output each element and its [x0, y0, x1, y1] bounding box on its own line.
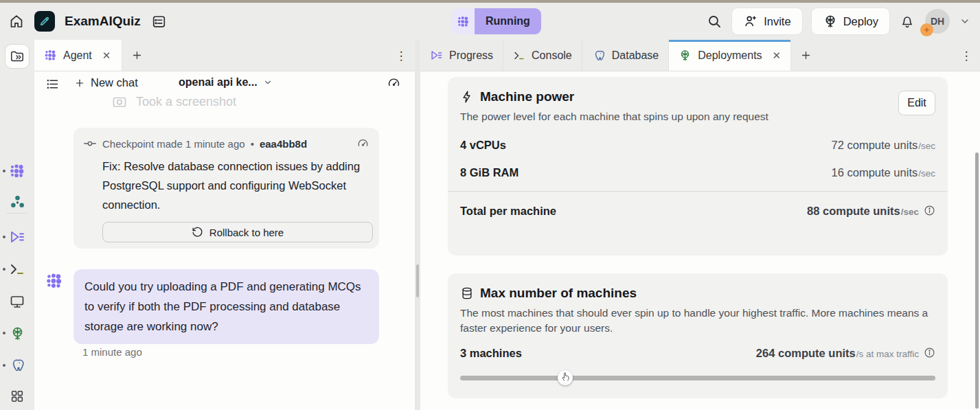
tab-label: Agent	[63, 49, 92, 62]
sidebar-item-progress[interactable]	[8, 227, 27, 247]
total-row: Total per machine 88 compute units /sec	[460, 203, 935, 218]
lightning-icon	[460, 90, 474, 104]
panel-splitter[interactable]	[415, 40, 420, 410]
agent-message-bubble: Could you try uploading a PDF and genera…	[73, 269, 379, 344]
card-divider	[448, 191, 948, 192]
account-menu[interactable]: DH	[925, 9, 950, 34]
deployments-icon	[679, 49, 692, 62]
tab-progress[interactable]: Progress	[420, 40, 503, 71]
tab-agent[interactable]: Agent ✕	[34, 40, 122, 71]
total-value: 88 compute units	[807, 205, 900, 218]
close-tab-icon[interactable]: ✕	[102, 49, 111, 62]
commit-icon	[83, 137, 97, 150]
max-machines-card: Max number of machines The most machines…	[448, 273, 948, 398]
deployments-panel: Progress Console Database Deployments ✕ …	[420, 40, 980, 410]
machines-unit: /s at max traffic	[856, 349, 919, 359]
agent-indicator-dot	[3, 170, 5, 172]
chat-history-icon[interactable]	[45, 77, 60, 91]
chat-selector[interactable]: openai api ke...	[179, 76, 273, 89]
tool-sidebar	[0, 40, 34, 410]
invite-user-icon	[743, 14, 758, 29]
screenshot-event: Took a screenshot	[111, 93, 236, 110]
search-icon[interactable]	[706, 13, 722, 30]
sidebar-item-assistant[interactable]	[8, 192, 27, 212]
new-tab-button[interactable]	[122, 40, 151, 71]
rollback-label: Rollback to here	[209, 227, 284, 238]
info-icon[interactable]	[924, 347, 935, 358]
cursor-hand-icon	[560, 371, 571, 382]
checkpoint-label: Checkpoint made 1 minute ago	[102, 138, 245, 150]
checkpoint-separator: •	[251, 138, 254, 150]
deployments-body: Machine power Edit The power level for e…	[420, 71, 980, 410]
spec-row-ram: 8 GiB RAM 16 compute units /sec	[460, 166, 935, 179]
new-tab-button[interactable]	[791, 40, 820, 71]
right-panel-scrollbar[interactable]	[975, 152, 979, 409]
new-chat-label: New chat	[91, 76, 138, 89]
tab-database[interactable]: Database	[582, 40, 670, 71]
progress-indicator-dot	[3, 236, 5, 238]
run-status-badge[interactable]: Running	[451, 8, 541, 34]
sidebar-item-webview[interactable]	[8, 292, 27, 311]
tab-console[interactable]: Console	[503, 40, 582, 71]
new-chat-button[interactable]: New chat	[74, 76, 138, 89]
deploy-button[interactable]: Deploy	[812, 8, 889, 34]
sidebar-item-all-tools[interactable]	[8, 387, 27, 406]
camera-icon	[111, 93, 128, 110]
sidebar-item-deployments[interactable]	[8, 323, 27, 343]
spec-unit: /sec	[918, 168, 935, 179]
invite-label: Invite	[764, 15, 790, 28]
sidebar-item-files[interactable]	[5, 44, 30, 69]
app-icon[interactable]	[34, 11, 55, 32]
tab-deployments[interactable]: Deployments ✕	[669, 40, 791, 71]
panel-menu-icon[interactable]: ⋮	[957, 40, 976, 71]
sidebar-item-console[interactable]	[8, 260, 27, 279]
close-tab-icon[interactable]: ✕	[773, 49, 782, 62]
sidebar-item-database[interactable]	[8, 356, 27, 375]
spec-unit: /sec	[918, 141, 935, 151]
deploy-icon	[823, 14, 838, 29]
tab-label: Progress	[449, 49, 493, 62]
usage-gauge-icon[interactable]	[387, 76, 401, 91]
database-cylinder-icon	[460, 286, 474, 300]
machines-label: 3 machines	[460, 347, 522, 360]
usage-gauge-icon[interactable]	[356, 137, 369, 150]
journal-icon[interactable]	[150, 13, 168, 30]
left-panel-scrollbar[interactable]	[416, 264, 419, 297]
notifications-bell-icon[interactable]	[899, 13, 915, 30]
database-indicator-dot	[3, 364, 5, 367]
rollback-button[interactable]: Rollback to here	[102, 222, 373, 242]
app-header: ExamAIQuiz Running Invite Deploy	[0, 3, 980, 40]
slider-track[interactable]	[460, 376, 935, 380]
chat-body: New chat openai api ke... Took a screens…	[34, 71, 415, 410]
agent-dots-icon	[451, 8, 475, 34]
chat-selector-label: openai api ke...	[179, 76, 258, 89]
deployments-indicator-dot	[3, 332, 5, 334]
spec-row-cpu: 4 vCPUs 72 compute units /sec	[460, 139, 935, 152]
card-title: Max number of machines	[480, 286, 637, 301]
tab-label: Deployments	[698, 49, 762, 62]
checkpoint-card: Checkpoint made 1 minute ago • eaa4bb8d …	[73, 128, 379, 249]
tab-label: Console	[532, 49, 572, 62]
max-machines-slider[interactable]	[460, 370, 935, 385]
account-chevron-down-icon[interactable]	[959, 16, 970, 27]
deploy-label: Deploy	[843, 15, 878, 28]
tab-label: Database	[612, 49, 659, 62]
invite-button[interactable]: Invite	[732, 8, 801, 34]
panel-menu-icon[interactable]: ⋮	[391, 40, 411, 71]
checkpoint-message: Fix: Resolve database connection issues …	[102, 157, 376, 214]
agent-panel: Agent ✕ ⋮ New chat openai api ke...	[34, 40, 415, 410]
app-title: ExamAIQuiz	[65, 14, 141, 29]
total-unit: /sec	[901, 207, 919, 217]
status-label: Running	[475, 8, 541, 34]
sidebar-divider	[7, 213, 27, 214]
home-icon[interactable]	[8, 13, 25, 30]
edit-button[interactable]: Edit	[898, 91, 935, 115]
console-indicator-dot	[3, 268, 5, 271]
machines-row: 3 machines 264 compute units /s at max t…	[460, 345, 935, 360]
info-icon[interactable]	[924, 205, 935, 216]
console-icon	[513, 49, 525, 62]
agent-dots-icon	[45, 272, 63, 290]
sidebar-item-agent[interactable]	[8, 161, 27, 181]
agent-dots-icon	[44, 49, 57, 62]
card-description: The most machines that should ever spin …	[460, 306, 935, 336]
